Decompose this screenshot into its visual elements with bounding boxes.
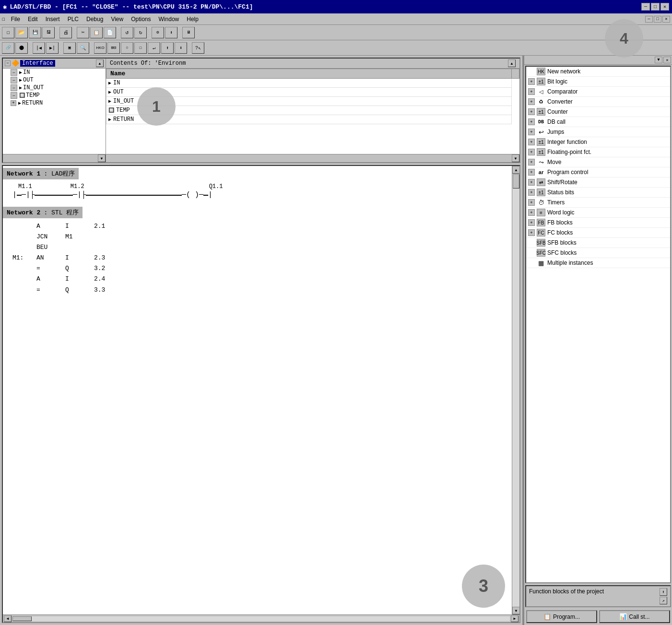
download-button[interactable]: ⬇ [165,27,177,38]
catalog-move[interactable]: + ⤳ Move [526,157,670,167]
save-button[interactable]: 💾 [29,27,41,38]
insert-box[interactable]: ☐ [134,42,147,54]
minimize-button[interactable]: ─ [641,3,650,11]
expand-return[interactable]: + [11,100,16,106]
expand-minus[interactable]: − [5,60,11,66]
insert-coil[interactable]: ○ [121,42,133,54]
tree-item-temp[interactable]: ─ 🔲 TEMP [3,92,106,99]
menu-file[interactable]: File [7,15,24,24]
table-row[interactable]: ▶IN_OUT [106,97,519,106]
call-st-button[interactable]: 📊 Call st... [599,610,670,623]
menu-max-button[interactable]: □ [654,16,661,23]
catalog-sfb-blocks[interactable]: SFB SFB blocks [526,238,670,248]
expand-program[interactable]: + [528,169,535,176]
program-button[interactable]: 📋 Program... [526,610,597,623]
down-button[interactable]: ⬇ [175,42,187,54]
compile-button[interactable]: ⚙ [152,27,164,38]
catalog-fc-blocks[interactable]: + FC FC blocks [526,228,670,238]
expand-integer[interactable]: + [528,139,535,145]
catalog-multiple-instances[interactable]: ▦ Multiple instances [526,258,670,268]
expand-jumps[interactable]: + [528,129,535,135]
expand-word[interactable]: + [528,209,535,216]
expand-move[interactable]: + [528,159,535,165]
enter-button[interactable]: ↵ [148,42,160,54]
menu-view[interactable]: View [107,15,127,24]
tree-item-out[interactable]: ─ ▶ OUT [3,76,106,84]
catalog-program-control[interactable]: + ar Program control [526,167,670,177]
catalog-sfc-blocks[interactable]: SFC SFC blocks [526,248,670,258]
tree-item-in[interactable]: ─ ▶ IN [3,69,106,76]
catalog-fb-blocks[interactable]: + FB FB blocks [526,218,670,228]
func-scroll-down[interactable]: ↗ [660,597,667,604]
expand-float[interactable]: + [528,149,535,155]
last-button[interactable]: ▶| [46,42,59,54]
h-scroll-thumb[interactable] [12,616,32,621]
save2-button[interactable]: 🖫 [42,27,55,38]
menu-options[interactable]: Options [127,15,154,24]
print-button[interactable]: 🖨 [59,27,72,38]
help-cursor-button[interactable]: ?↖ [192,42,204,54]
catalog-new-network[interactable]: HK New network [526,67,670,77]
view-button[interactable]: ▣ [63,42,76,54]
expand-timers[interactable]: + [528,199,535,206]
monitor-button[interactable]: 🖥 [182,27,195,38]
catalog-list[interactable]: HK New network + ±1 Bit logic + ◁ Compar… [525,66,671,583]
menu-plc[interactable]: PLC [64,15,83,24]
cut-button[interactable]: ✂ [77,27,89,38]
menu-window[interactable]: Window [155,15,183,24]
menu-edit[interactable]: Edit [24,15,42,24]
catalog-counter[interactable]: + ±1 Counter [526,107,670,117]
zoom-button[interactable]: 🔍 [77,42,89,54]
link-button[interactable]: 🔗 [2,42,14,54]
catalog-converter[interactable]: + ♻ Converter [526,97,670,107]
right-panel-close[interactable]: ✕ [663,57,671,63]
expand-fc[interactable]: + [528,229,535,236]
table-row[interactable]: 🔲TEMP [106,106,519,115]
catalog-status-bits[interactable]: + ±1 Status bits [526,188,670,198]
close-button[interactable]: ✕ [660,3,669,11]
expand-fb[interactable]: + [528,219,535,226]
paste-button[interactable]: 📄 [104,27,116,38]
catalog-float[interactable]: + ±1 Floating-point fct. [526,147,670,157]
tree-scroll-down[interactable]: ▼ [98,154,106,162]
new-button[interactable]: ☐ [2,27,14,38]
menu-help[interactable]: Help [183,15,202,24]
code-scroll-down[interactable]: ▼ [512,607,520,614]
menu-insert[interactable]: Insert [42,15,64,24]
network-button[interactable]: HKO [94,42,106,54]
tree-item-in-out[interactable]: ─ ▶ IN_OUT [3,84,106,92]
catalog-timers[interactable]: + ⏱ Timers [526,198,670,208]
catalog-db-call[interactable]: + DB DB call [526,117,670,127]
up-button[interactable]: ⬆ [161,42,174,54]
h-scroll-right[interactable]: ▶ [511,615,519,622]
catalog-jumps[interactable]: + ↩ Jumps [526,127,670,137]
func-scroll-up[interactable]: ⬆ [660,588,667,596]
menu-min-button[interactable]: ─ [645,16,653,23]
catalog-integer[interactable]: + ±1 Integer function [526,137,670,147]
catalog-bit-logic[interactable]: + ±1 Bit logic [526,77,670,87]
code-scroll-up[interactable]: ▲ [512,166,520,174]
expand-shift[interactable]: + [528,179,535,186]
contents-scroll-down[interactable]: ▼ [512,154,519,162]
expand-counter[interactable]: + [528,108,535,115]
offline-button[interactable]: ⬤ [15,42,28,54]
expand-status[interactable]: + [528,189,535,196]
table-row[interactable]: ▶OUT [106,88,519,97]
expand-bit-logic[interactable]: + [528,78,535,85]
right-panel-menu[interactable]: ▼ [655,57,662,63]
copy-button[interactable]: 📋 [90,27,103,38]
h-scroll-left[interactable]: ◀ [4,615,12,622]
code-scroll-thumb[interactable] [513,174,519,189]
maximize-button[interactable]: □ [651,3,660,11]
tree-scroll-up[interactable]: ▲ [96,59,104,67]
first-button[interactable]: |◀ [33,42,45,54]
menu-close-button[interactable]: ✕ [662,16,670,23]
insert-contact[interactable]: ⊞⊟ [107,42,120,54]
catalog-comparator[interactable]: + ◁ Comparator [526,87,670,97]
table-row[interactable]: ▶IN [106,79,519,88]
expand-converter[interactable]: + [528,98,535,105]
catalog-word-logic[interactable]: + ≡ Word logic [526,208,670,218]
expand-comparator[interactable]: + [528,88,535,95]
undo-button[interactable]: ↺ [121,27,133,38]
contents-scroll-up[interactable]: ▲ [508,59,516,67]
